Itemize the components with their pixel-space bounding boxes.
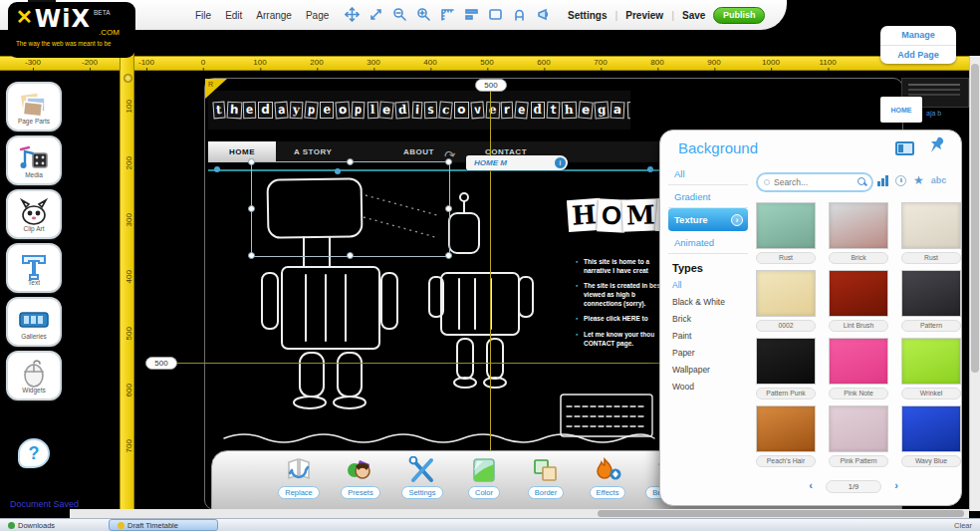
border-button[interactable]: Border (517, 455, 575, 499)
manage-button[interactable]: Manage (880, 26, 956, 45)
texture-thumbnail[interactable] (756, 202, 816, 249)
resize-handle[interactable] (445, 205, 452, 212)
menu-edit[interactable]: Edit (225, 10, 242, 21)
left-guide-marker[interactable]: 500 (145, 357, 177, 370)
menu-arrange[interactable]: Arrange (256, 10, 292, 21)
vertical-scrollbar-thumb[interactable] (971, 64, 979, 373)
replace-button[interactable]: Replace (270, 455, 328, 499)
panel-tab-gradient[interactable]: Gradient (668, 185, 748, 208)
texture-thumbnail[interactable] (829, 338, 888, 385)
resize-handle[interactable] (347, 158, 354, 165)
preview-button[interactable]: Preview (625, 10, 663, 21)
magnet-icon[interactable] (512, 7, 527, 22)
texture-thumbnail[interactable] (756, 405, 816, 452)
sort-alphabetical[interactable]: abc (931, 175, 947, 185)
type-filter-paper[interactable]: Paper (672, 348, 750, 358)
taskbar-clear-label[interactable]: Clear (954, 521, 972, 530)
prev-page-icon[interactable]: ‹ (804, 479, 818, 493)
type-filter-all[interactable]: All (672, 280, 750, 290)
ruler-tick: 100 (124, 102, 133, 114)
selection-box[interactable] (251, 161, 450, 257)
ruler-corner-icon[interactable] (440, 7, 455, 22)
resize-icon[interactable] (368, 7, 383, 22)
publish-button[interactable]: Publish (713, 7, 765, 24)
frame-icon[interactable] (488, 7, 503, 22)
announce-icon[interactable] (536, 7, 551, 22)
sort-favorites-icon[interactable]: ★ (913, 174, 924, 186)
color-button[interactable]: Color (455, 455, 513, 499)
align-icon[interactable] (464, 7, 479, 22)
presets-button[interactable]: Presets (332, 455, 389, 499)
sidebar-item-media[interactable]: Media (6, 135, 62, 185)
resize-handle[interactable] (248, 205, 255, 212)
next-page-icon[interactable]: › (889, 479, 903, 493)
sidebar-item-text[interactable]: Text (6, 243, 62, 293)
sidebar-item-widgets[interactable]: Widgets (6, 351, 62, 400)
effects-button[interactable]: Effects (579, 455, 636, 499)
search-input[interactable] (774, 177, 858, 187)
vertical-guide[interactable] (490, 86, 491, 488)
help-button[interactable]: ? (18, 438, 50, 468)
bullet-item: Let me know your thou CONTACT page. (576, 330, 663, 348)
settings-button[interactable]: Settings (393, 455, 451, 499)
top-guide-marker[interactable]: 500 (475, 79, 507, 92)
type-filter-brick[interactable]: Brick (672, 314, 750, 324)
taskbar-item-downloads[interactable]: Downloads (0, 519, 63, 531)
ransom-letter: d (395, 102, 411, 120)
resize-handle[interactable] (248, 158, 255, 165)
drag-handle[interactable] (335, 168, 341, 174)
ransom-letter: o (335, 102, 350, 120)
ruler-origin-knob[interactable] (123, 74, 132, 83)
texture-thumbnail[interactable] (901, 405, 961, 452)
pin-icon[interactable] (927, 135, 947, 155)
selection-label[interactable]: HOME M i (466, 155, 568, 170)
texture-thumbnail[interactable] (901, 270, 961, 317)
resize-handle[interactable] (248, 252, 255, 259)
add-page-button[interactable]: Add Page (880, 45, 956, 65)
sort-popular-icon[interactable] (877, 175, 888, 186)
nav-tab-home[interactable]: HOME (208, 141, 276, 162)
dock-panel-icon[interactable] (895, 141, 914, 155)
texture-name: Lint Brush (829, 320, 888, 332)
type-filter-paint[interactable]: Paint (672, 331, 750, 341)
search-icon[interactable] (858, 177, 867, 187)
sort-recent-icon[interactable] (895, 175, 906, 186)
drag-handle[interactable] (647, 166, 653, 172)
move-icon[interactable] (345, 7, 360, 22)
resize-handle[interactable] (347, 252, 354, 259)
drag-handle[interactable] (214, 166, 220, 172)
nav-tab-about[interactable]: ABOUT (397, 141, 447, 162)
panel-tab-texture[interactable]: Texture› (668, 208, 748, 231)
type-filter-black-white[interactable]: Black & White (672, 297, 750, 307)
texture-thumbnail[interactable] (756, 338, 816, 385)
texture-thumbnail[interactable] (901, 338, 961, 385)
texture-thumbnail[interactable] (901, 202, 961, 249)
ruler-tick: -100 (138, 58, 154, 67)
menu-file[interactable]: File (195, 10, 211, 21)
sidebar-item-clip-art[interactable]: Clip Art (6, 189, 62, 239)
settings-button[interactable]: Settings (568, 10, 607, 21)
texture-thumbnail[interactable] (829, 202, 888, 249)
taskbar-item-draft-timetable[interactable]: Draft Timetable (109, 519, 218, 531)
zoom-out-icon[interactable] (392, 7, 407, 22)
sidebar-item-page-parts[interactable]: Page Parts (6, 82, 62, 132)
menu-page[interactable]: Page (306, 10, 329, 21)
type-filter-wood[interactable]: Wood (672, 382, 750, 392)
ruler-tick: 600 (537, 58, 550, 67)
minimap-home-card[interactable]: HOME (880, 97, 922, 123)
save-button[interactable]: Save (682, 10, 705, 21)
texture-thumbnail[interactable] (829, 405, 888, 452)
sidebar-item-galleries[interactable]: Galleries (6, 297, 62, 347)
resize-handle[interactable] (445, 252, 452, 259)
horizontal-guide[interactable] (175, 363, 659, 364)
selection-info-icon[interactable]: i (555, 157, 566, 168)
type-filter-wallpaper[interactable]: Wallpaper (672, 365, 750, 375)
zoom-in-icon[interactable] (416, 7, 431, 22)
nav-tab-a-story[interactable]: A STORY (288, 141, 348, 162)
panel-tab-all[interactable]: All (668, 162, 748, 185)
panel-tab-animated[interactable]: Animated (668, 231, 748, 254)
horizontal-scrollbar-thumb[interactable] (598, 510, 964, 517)
site-title[interactable]: thedaypeoplediscoveredthegap (208, 91, 630, 130)
texture-thumbnail[interactable] (756, 270, 816, 317)
texture-thumbnail[interactable] (829, 270, 888, 317)
